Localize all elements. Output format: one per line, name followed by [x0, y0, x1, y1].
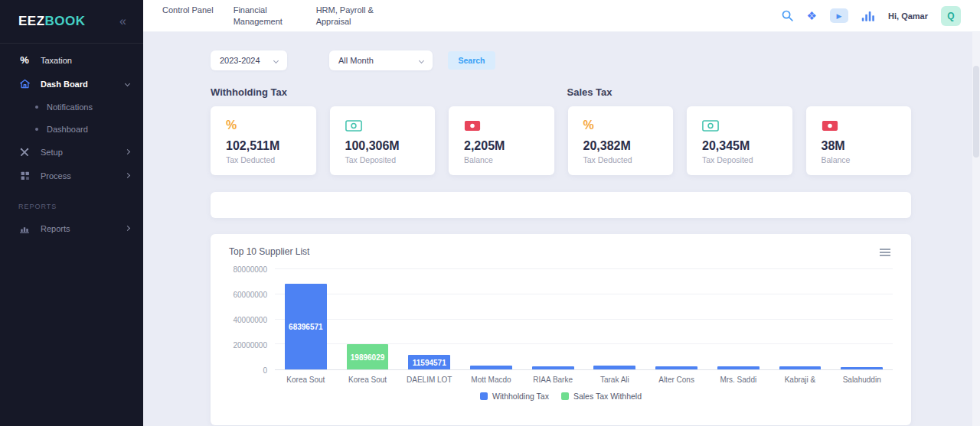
bar-value-label: 11594571: [413, 358, 446, 366]
stat-cards-row: % 102,511M Tax Deducted 100,306M Tax Dep…: [211, 106, 911, 175]
sidebar-subitem-label: Dashboard: [47, 125, 88, 134]
bar-withholding-tax[interactable]: [593, 366, 635, 369]
bar-slot: [522, 269, 584, 369]
search-icon[interactable]: [781, 9, 794, 22]
sidebar: EEZBOOK « % Taxation Dash Board Notifica…: [0, 0, 143, 426]
x-tick-label: Alter Cons: [645, 376, 707, 384]
tab-financial-management[interactable]: Financial Management: [234, 5, 296, 28]
bar-slot: [831, 269, 893, 369]
sidebar-subitem-dashboard[interactable]: Dashboard: [0, 118, 143, 140]
play-icon[interactable]: ▶: [830, 8, 848, 23]
sidebar-item-reports[interactable]: Reports: [0, 216, 143, 240]
section-titles: Withholding Tax Sales Tax: [211, 86, 911, 98]
search-button[interactable]: Search: [448, 51, 495, 70]
wht-balance-card: 2,205M Balance: [449, 106, 554, 175]
main-content: 2023-2024 All Month Search Withholding T…: [143, 32, 980, 426]
sales-tax-title: Sales Tax: [561, 86, 912, 98]
bar-slot: [707, 269, 769, 369]
x-tick-label: DAELIM LOT: [398, 376, 460, 384]
chart-bars: 683965711989602911594571: [275, 269, 893, 369]
sidebar-item-taxation[interactable]: % Taxation: [0, 48, 143, 72]
topbar-tabs: Control Panel Financial Management HRM, …: [162, 5, 379, 28]
logo-secondary: BOOK: [45, 14, 86, 28]
month-select-value: All Month: [338, 56, 374, 65]
topbar-right: ❖ ▶ Hi, Qamar Q: [781, 6, 961, 26]
home-icon: [18, 78, 31, 89]
sidebar-item-dashboard-group[interactable]: Dash Board: [0, 72, 143, 96]
chart-legend: Withholding TaxSales Tax Withheld: [229, 392, 893, 401]
x-tick-label: Tarak Ali: [584, 376, 646, 384]
bar-withholding-tax[interactable]: 68396571: [285, 284, 327, 369]
chevron-down-icon: [419, 57, 424, 63]
legend-swatch: [480, 392, 488, 400]
avatar[interactable]: Q: [941, 6, 961, 26]
tab-hrm-payroll[interactable]: HRM, Payroll & Appraisal: [316, 5, 379, 28]
stat-value: 100,306M: [345, 139, 420, 153]
scrollbar[interactable]: [972, 32, 980, 426]
percent-icon: %: [226, 117, 301, 134]
bar-withholding-tax[interactable]: [532, 366, 574, 369]
stat-label: Tax Deposited: [345, 155, 420, 164]
x-tick-label: Mott Macdo: [460, 376, 522, 384]
bar-withholding-tax[interactable]: [655, 366, 697, 369]
percent-icon: %: [18, 54, 31, 66]
bar-slot: [645, 269, 707, 369]
bar-slot: [460, 269, 522, 369]
y-tick-label: 0: [263, 366, 267, 375]
bullet-icon: [35, 106, 38, 109]
bar-slot: [584, 269, 646, 369]
banknote-outline-icon: [702, 117, 777, 134]
sidebar-item-setup[interactable]: Setup: [0, 140, 143, 164]
bar-withholding-tax[interactable]: [779, 366, 822, 369]
banknote-filled-icon: [822, 117, 897, 134]
x-tick-label: Korea Sout: [275, 376, 337, 384]
legend-item[interactable]: Withholding Tax: [480, 392, 549, 401]
stat-label: Tax Deducted: [226, 155, 301, 164]
x-tick-label: Salahuddin: [831, 376, 893, 384]
apps-icon[interactable]: ❖: [807, 9, 817, 23]
bar-chart-icon: [18, 223, 31, 234]
y-tick-label: 60000000: [234, 291, 268, 299]
scrollbar-thumb[interactable]: [973, 66, 979, 158]
tab-control-panel[interactable]: Control Panel: [162, 5, 214, 28]
chevron-right-icon: [125, 226, 130, 231]
legend-item[interactable]: Sales Tax Withheld: [561, 392, 642, 401]
sidebar-subitem-notifications[interactable]: Notifications: [0, 96, 143, 118]
stat-label: Tax Deducted: [583, 155, 658, 164]
percent-icon: %: [583, 117, 658, 134]
sidebar-item-label: Reports: [41, 224, 70, 233]
year-select[interactable]: 2023-2024: [211, 50, 287, 70]
stat-label: Balance: [464, 155, 539, 164]
stat-value: 38M: [822, 139, 897, 153]
bar-value-label: 19896029: [351, 353, 385, 361]
chart-menu-icon[interactable]: [877, 246, 893, 259]
stat-label: Tax Deposited: [702, 155, 777, 164]
sidebar-collapse-icon[interactable]: «: [119, 15, 126, 28]
logo-row: EEZBOOK «: [0, 0, 143, 44]
sidebar-item-process[interactable]: Process: [0, 164, 143, 187]
bar-withholding-tax[interactable]: 11594571: [408, 355, 450, 369]
legend-label: Withholding Tax: [492, 392, 549, 401]
legend-label: Sales Tax Withheld: [573, 392, 642, 401]
month-select[interactable]: All Month: [329, 50, 433, 70]
y-tick-label: 20000000: [234, 341, 268, 350]
chart-y-axis: 020000000400000006000000080000000: [229, 269, 275, 370]
banknote-filled-icon: [464, 117, 539, 134]
year-select-value: 2023-2024: [220, 56, 260, 65]
wht-tax-deposited-card: 100,306M Tax Deposited: [330, 106, 436, 175]
bar-sales-tax-withheld[interactable]: 19896029: [347, 344, 389, 369]
bar-value-label: 68396571: [289, 323, 323, 331]
tools-icon: [18, 147, 31, 158]
bar-slot: 19896029: [337, 269, 399, 369]
bar-withholding-tax[interactable]: [841, 367, 883, 369]
sidebar-item-label: Taxation: [41, 56, 72, 65]
signal-bars-icon[interactable]: [861, 10, 875, 22]
user-greeting: Hi, Qamar: [888, 11, 928, 21]
sidebar-nav: % Taxation Dash Board Notifications Dash…: [0, 44, 143, 240]
wht-tax-deducted-card: % 102,511M Tax Deducted: [211, 106, 316, 175]
stat-label: Balance: [822, 155, 897, 164]
chevron-right-icon: [125, 149, 130, 154]
chevron-right-icon: [125, 173, 130, 178]
bar-withholding-tax[interactable]: [717, 366, 760, 369]
bar-withholding-tax[interactable]: [470, 366, 512, 369]
